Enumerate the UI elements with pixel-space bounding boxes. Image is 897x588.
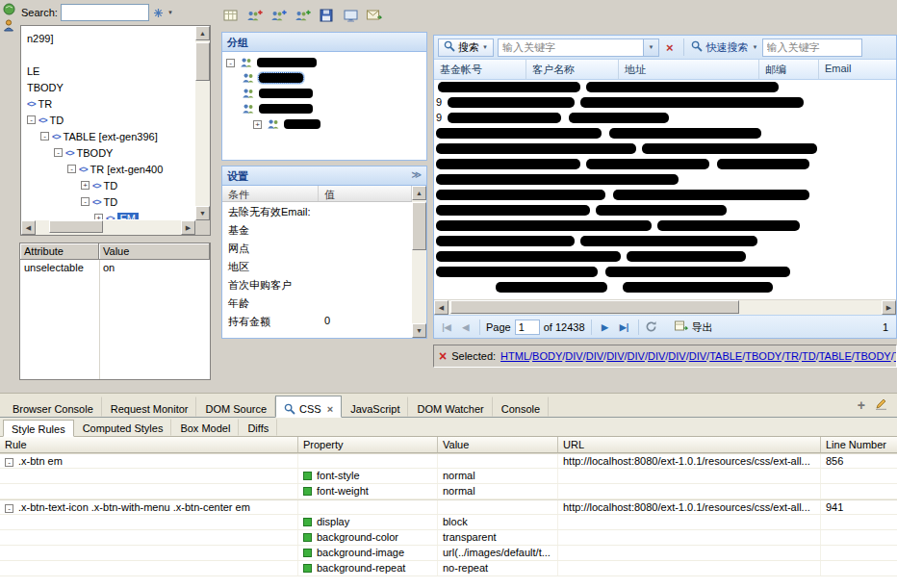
group-tree-item[interactable]: + [222, 116, 426, 132]
first-page-icon[interactable]: |◀ [439, 322, 454, 332]
scroll-right-icon[interactable]: ▶ [181, 220, 195, 235]
dom-tree-row[interactable]: -<>TD [21, 112, 194, 128]
enabled-swatch-icon[interactable] [303, 518, 312, 526]
condition-value[interactable] [319, 275, 412, 294]
dom-node-label[interactable]: TD [104, 180, 118, 192]
expand-icon[interactable]: + [253, 120, 262, 129]
condition-row[interactable]: 年龄 [222, 294, 412, 312]
condition-row[interactable]: 地区 [222, 257, 412, 275]
condition-row[interactable]: 去除无有效Email: [222, 202, 412, 220]
grid-row[interactable] [434, 203, 896, 218]
dom-tree-row[interactable]: LE [21, 63, 194, 79]
grid-row[interactable] [434, 218, 896, 234]
clear-search-icon[interactable]: × [663, 40, 677, 55]
collapse-panel-icon[interactable]: ≫ [412, 169, 422, 180]
css-property-row[interactable]: font-stylenormal [0, 469, 897, 484]
group-tree-item[interactable] [222, 86, 426, 101]
add-tab-icon[interactable]: + [858, 399, 865, 411]
search-options-icon[interactable] [152, 7, 165, 19]
dom-node-label[interactable]: LE [27, 65, 39, 77]
collapse-icon[interactable]: - [5, 458, 13, 467]
collapse-icon[interactable]: - [67, 165, 76, 173]
refresh-icon[interactable] [645, 320, 657, 335]
condition-value[interactable] [319, 202, 412, 220]
grid-column-header[interactable]: 基金帐号 [434, 60, 526, 79]
keyword-input[interactable] [499, 39, 643, 56]
grid-column-header[interactable]: Email [819, 60, 896, 79]
scroll-down-icon[interactable]: ▼ [195, 206, 210, 220]
tab-javascript[interactable]: JavaScript [342, 396, 408, 417]
dom-node-label[interactable]: EM [117, 213, 140, 220]
attribute-row[interactable]: unselectableon [20, 260, 210, 276]
grid-row[interactable]: 9 [434, 111, 896, 126]
search-dropdown-icon[interactable]: ▼ [167, 10, 173, 15]
save-icon[interactable] [318, 7, 335, 24]
tab-browser-console[interactable]: Browser Console [4, 396, 102, 417]
combo-trigger-icon[interactable]: ▼ [643, 39, 658, 56]
css-rule-row[interactable]: -.x-btn-text-icon .x-btn-with-menu .x-bt… [0, 499, 897, 515]
grid-column-header[interactable]: 客户名称 [526, 60, 619, 79]
css-property-row[interactable]: background-imageurl(../images/default/t.… [0, 546, 897, 561]
settings-column-header[interactable]: 值 [319, 186, 412, 201]
dom-path-link[interactable]: BODY [532, 350, 562, 362]
scrollbar-thumb[interactable] [195, 42, 210, 81]
dom-node-label[interactable]: TBODY [77, 147, 114, 159]
dom-tree-row[interactable]: +<>EM [21, 210, 194, 219]
group-tree-item[interactable]: - [222, 55, 426, 70]
tab-css[interactable]: CSS× [275, 396, 342, 418]
condition-row[interactable]: 网点 [222, 239, 412, 257]
next-page-icon[interactable]: ▶ [598, 322, 613, 332]
enabled-swatch-icon[interactable] [303, 564, 312, 573]
dom-node-label[interactable]: TR [ext-gen400 [90, 164, 164, 175]
export-button[interactable]: 导出 [675, 320, 713, 335]
dom-path-link[interactable]: TABLE [819, 350, 852, 362]
css-property-row[interactable]: displayblock [0, 515, 897, 530]
grid-row[interactable] [434, 141, 896, 157]
add-group-icon[interactable] [245, 7, 263, 24]
dom-tree-row[interactable]: TBODY [21, 79, 194, 95]
grid-row[interactable] [434, 265, 896, 280]
subtab-style-rules[interactable]: Style Rules [3, 420, 74, 437]
dom-path-link[interactable]: TR [784, 350, 799, 362]
dom-tree-row[interactable]: n299] [21, 30, 194, 46]
css-column-header[interactable]: Line Number [821, 437, 897, 452]
css-column-header[interactable]: Rule [0, 437, 298, 452]
dom-tree-row[interactable]: <>TR [21, 95, 194, 112]
user-icon[interactable] [2, 18, 15, 32]
scrollbar-thumb[interactable] [450, 300, 739, 314]
enabled-swatch-icon[interactable] [303, 549, 312, 557]
collapse-icon[interactable]: - [81, 197, 90, 206]
dom-path-link[interactable]: DIV [648, 350, 665, 362]
condition-row[interactable]: 基金 [222, 220, 412, 239]
grid-horizontal-scrollbar[interactable]: ◀ ▶ [434, 299, 896, 315]
tree-vertical-scrollbar[interactable]: ▲ ▼ [195, 26, 210, 220]
scrollbar-track[interactable] [195, 40, 210, 206]
scrollbar-thumb[interactable] [49, 220, 103, 233]
table-icon[interactable] [221, 7, 239, 24]
scroll-left-icon[interactable]: ◀ [21, 220, 36, 235]
css-property-row[interactable]: background-colortransparent [0, 530, 897, 546]
app-icon[interactable] [2, 2, 15, 15]
condition-value[interactable] [319, 257, 412, 275]
grid-row[interactable] [434, 188, 896, 203]
grid-column-header[interactable]: 地址 [619, 60, 759, 79]
close-tab-icon[interactable]: × [327, 403, 333, 415]
subtab-diffs[interactable]: Diffs [239, 419, 277, 436]
css-property-row[interactable]: font-weightnormal [0, 484, 897, 499]
scroll-up-icon[interactable]: ▲ [412, 186, 426, 200]
dom-tree-row[interactable]: -<>TR [ext-gen400 [21, 161, 194, 177]
scroll-left-icon[interactable]: ◀ [434, 300, 448, 315]
tree-horizontal-scrollbar[interactable]: ◀ ▶ [21, 220, 195, 235]
quick-chevron-icon[interactable]: ▼ [753, 44, 758, 50]
dom-path-link[interactable]: DIV [689, 350, 706, 362]
grid-row[interactable] [434, 249, 896, 265]
condition-row[interactable]: 持有金额0 [222, 312, 412, 330]
dom-tree-row[interactable]: -<>TD [21, 193, 194, 210]
remove-selection-icon[interactable]: × [439, 349, 447, 363]
dom-path-link[interactable]: TBODY [745, 350, 782, 362]
condition-value[interactable] [319, 239, 412, 257]
css-column-header[interactable]: Value [438, 437, 558, 452]
last-page-icon[interactable]: ▶| [617, 322, 632, 332]
enabled-swatch-icon[interactable] [303, 533, 312, 542]
collapse-icon[interactable]: - [5, 504, 13, 513]
